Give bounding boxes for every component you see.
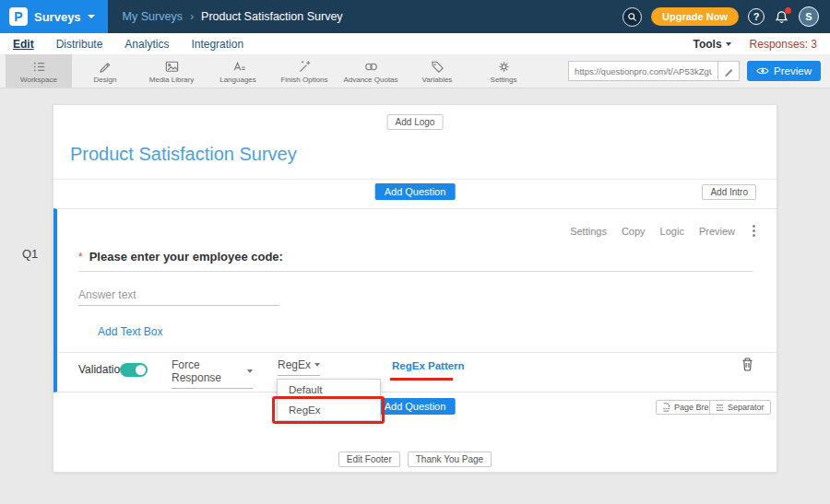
- tools-menu[interactable]: Tools: [694, 38, 731, 51]
- validation-toggle[interactable]: [120, 363, 148, 377]
- toolbar-item-workspace[interactable]: Workspace: [6, 54, 72, 88]
- tab-edit[interactable]: Edit: [13, 38, 34, 51]
- toolbar-item-variables[interactable]: Variables: [404, 54, 470, 88]
- survey-url-group: [568, 61, 740, 81]
- toolbar-item-design[interactable]: Design: [72, 54, 138, 88]
- title-divider: [53, 179, 777, 180]
- preview-button[interactable]: Preview: [747, 61, 821, 81]
- languages-icon: [231, 58, 246, 75]
- toolbar-item-finish-options[interactable]: Finish Options: [271, 54, 338, 88]
- chevron-down-icon: [88, 15, 95, 18]
- question-logic-link[interactable]: Logic: [660, 226, 684, 237]
- question-copy-link[interactable]: Copy: [622, 226, 646, 237]
- question-text[interactable]: Please enter your employee code:: [89, 250, 283, 264]
- breadcrumb-current-survey: Product Satisfaction Survey: [201, 10, 343, 23]
- tab-analytics[interactable]: Analytics: [125, 38, 169, 51]
- search-icon: [626, 11, 638, 23]
- pencil-icon: [723, 65, 735, 77]
- validation-type-label: RegEx: [278, 358, 311, 371]
- variables-icon: [430, 58, 445, 75]
- user-avatar[interactable]: S: [799, 6, 819, 27]
- breadcrumb: My Surveys › Product Satisfaction Survey: [123, 10, 343, 23]
- menu-option-regex[interactable]: RegEx: [278, 400, 380, 420]
- surveys-menu[interactable]: P Surveys: [0, 0, 108, 33]
- required-asterisk: *: [78, 251, 83, 264]
- more-options-icon[interactable]: [750, 224, 758, 238]
- chevron-down-icon: [314, 363, 320, 367]
- tab-distribute[interactable]: Distribute: [56, 38, 103, 51]
- delete-question-button[interactable]: [741, 357, 754, 376]
- eye-icon: [756, 66, 769, 76]
- menu-option-default[interactable]: Default: [278, 380, 380, 400]
- question-actions: Settings Copy Logic Preview: [570, 224, 758, 238]
- top-bar: P Surveys My Surveys › Product Satisfact…: [0, 0, 830, 33]
- question-block: Settings Copy Logic Preview * Please ent…: [53, 208, 777, 393]
- surveys-menu-label: Surveys: [34, 10, 81, 24]
- workspace-icon: [31, 58, 47, 75]
- topbar-actions: Upgrade Now ? S: [622, 6, 830, 27]
- breadcrumb-my-surveys[interactable]: My Surveys: [123, 10, 183, 23]
- chevron-down-icon: [247, 369, 253, 373]
- preview-label: Preview: [774, 65, 812, 76]
- question-preview-link[interactable]: Preview: [699, 226, 735, 237]
- tab-integration[interactable]: Integration: [191, 38, 243, 51]
- answer-text-input[interactable]: [78, 285, 279, 306]
- toolbar-item-languages[interactable]: Languages: [205, 54, 271, 88]
- settings-icon: [496, 58, 512, 75]
- add-logo-button[interactable]: Add Logo: [387, 114, 444, 130]
- trash-icon: [741, 357, 754, 372]
- tools-label: Tools: [694, 38, 722, 51]
- responses-count[interactable]: Responses: 3: [750, 38, 817, 51]
- page-break-icon: [662, 403, 670, 412]
- survey-title[interactable]: Product Satisfaction Survey: [70, 144, 297, 165]
- card-footer: Edit Footer Thank You Page: [53, 451, 777, 467]
- thank-you-page-button[interactable]: Thank You Page: [408, 451, 492, 467]
- separator-icon: [716, 404, 724, 412]
- edit-url-button[interactable]: [717, 61, 740, 81]
- design-icon: [98, 58, 113, 75]
- media-library-icon: [164, 58, 180, 75]
- edit-footer-button[interactable]: Edit Footer: [338, 451, 400, 467]
- questionpro-logo: P: [9, 7, 28, 26]
- question-settings-link[interactable]: Settings: [570, 226, 607, 237]
- section-nav: Edit Distribute Analytics Integration To…: [0, 33, 830, 54]
- validation-type-menu: Default RegEx: [277, 379, 381, 421]
- toolbar-item-settings[interactable]: Settings: [470, 54, 537, 88]
- upgrade-now-button[interactable]: Upgrade Now: [651, 7, 739, 26]
- add-intro-button[interactable]: Add Intro: [702, 184, 756, 200]
- force-response-dropdown[interactable]: Force Response: [172, 358, 253, 389]
- add-question-button-top[interactable]: Add Question: [375, 183, 456, 200]
- question-number: Q1: [22, 247, 38, 261]
- separator-button[interactable]: Separator: [709, 400, 771, 415]
- breadcrumb-separator: ›: [190, 10, 194, 23]
- advance-quotas-icon: [363, 58, 379, 75]
- survey-canvas: Add Logo Product Satisfaction Survey Add…: [53, 104, 777, 473]
- notification-badge: [785, 7, 791, 14]
- notifications-button[interactable]: [774, 9, 789, 25]
- regex-pattern-link[interactable]: RegEx Pattern: [392, 360, 465, 371]
- finish-options-icon: [297, 58, 313, 75]
- help-button[interactable]: ?: [748, 8, 765, 25]
- search-button[interactable]: [622, 7, 642, 27]
- survey-url-input[interactable]: [568, 61, 717, 81]
- add-text-box-link[interactable]: Add Text Box: [98, 325, 163, 338]
- validation-type-dropdown[interactable]: RegEx: [278, 358, 320, 376]
- toolbar-item-media-library[interactable]: Media Library: [138, 54, 205, 88]
- question-underline: [78, 271, 753, 272]
- question-text-row: * Please enter your employee code:: [78, 250, 283, 264]
- force-response-label: Force Response: [172, 358, 247, 384]
- add-question-button-bottom[interactable]: Add Question: [375, 398, 456, 415]
- chevron-down-icon: [726, 42, 731, 46]
- toolbar-item-advance-quotas[interactable]: Advance Quotas: [338, 54, 404, 88]
- validation-divider: [57, 352, 777, 353]
- editor-toolbar: Workspace Design Media Library Languages…: [0, 54, 830, 88]
